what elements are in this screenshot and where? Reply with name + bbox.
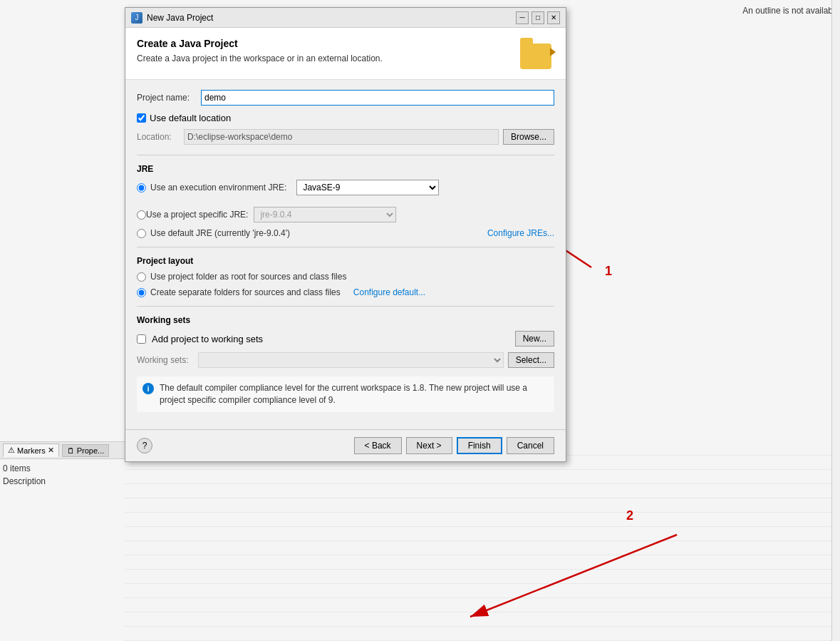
execution-env-row: Use an execution environment JRE: JavaSE… (137, 180, 554, 201)
next-button[interactable]: Next > (406, 437, 452, 454)
project-root-label: Use project folder as root for sources a… (150, 272, 346, 282)
jre-section: JRE Use an execution environment JRE: Ja… (137, 164, 554, 238)
title-bar: J New Java Project ─ □ ✕ (125, 8, 566, 28)
close-button[interactable]: ✕ (547, 11, 560, 24)
project-layout-section: Project layout Use project folder as roo… (137, 256, 554, 297)
title-bar-text: New Java Project (147, 13, 516, 23)
execution-env-radio-row: Use an execution environment JRE: JavaSE… (137, 180, 439, 195)
right-scrollbar[interactable] (831, 0, 840, 641)
dialog-icon: J (131, 12, 142, 24)
dialog-header: Create a Java Project Create a Java proj… (125, 28, 566, 80)
bottom-lines (125, 441, 831, 641)
add-working-sets-checkbox[interactable] (137, 334, 146, 344)
configure-default-link[interactable]: Configure default... (353, 287, 425, 297)
title-bar-controls: ─ □ ✕ (516, 11, 560, 24)
location-label: Location: (137, 132, 180, 142)
project-specific-dropdown: jre-9.0.4 (254, 207, 396, 222)
project-name-label: Project name: (137, 93, 201, 103)
working-sets-header: Working sets (137, 315, 554, 325)
outline-text: An outline is not availab (742, 6, 833, 16)
add-working-sets-row: Add project to working sets New... (137, 331, 554, 347)
project-root-radio[interactable] (137, 272, 146, 282)
new-working-set-button[interactable]: New... (515, 331, 554, 347)
help-button[interactable]: ? (137, 438, 152, 453)
properties-icon: 🗒 (67, 446, 75, 455)
add-working-sets-label: Add project to working sets (152, 334, 263, 344)
finish-button[interactable]: Finish (457, 437, 502, 454)
use-default-location-checkbox[interactable] (137, 113, 146, 123)
tab-markers-label: Markers (17, 446, 46, 455)
markers-icon: ⚠ (8, 446, 15, 455)
minimize-button[interactable]: ─ (516, 11, 529, 24)
dialog-description: Create a Java project in the workspace o… (137, 53, 383, 63)
java-project-icon (520, 38, 554, 72)
tab-markers[interactable]: ⚠ Markers ✕ (3, 443, 59, 457)
use-default-location-label: Use default location (150, 113, 231, 123)
separate-folders-row: Create separate folders for sources and … (137, 287, 554, 297)
project-name-row: Project name: (137, 90, 554, 106)
bottom-panel: ⚠ Markers ✕ 🗒 Prope... 0 items Descripti… (0, 441, 125, 641)
jre-section-header: JRE (137, 164, 554, 174)
dialog-heading: Create a Java Project (137, 38, 383, 49)
description-label: Description (3, 475, 122, 488)
bottom-panel-content: 0 items Description (0, 459, 125, 491)
execution-env-label: Use an execution environment JRE: (150, 183, 286, 193)
project-specific-label: Use a project specific JRE: (146, 210, 248, 220)
info-box: i The default compiler compliance level … (137, 376, 554, 412)
tab-properties-label: Prope... (77, 446, 105, 455)
section-divider-2 (137, 247, 554, 247)
tab-properties[interactable]: 🗒 Prope... (62, 444, 110, 457)
annotation-2: 2 (626, 508, 633, 523)
folder-icon (520, 43, 551, 69)
tab-markers-close[interactable]: ✕ (48, 446, 54, 455)
section-divider-3 (137, 306, 554, 307)
separate-folders-label: Create separate folders for sources and … (150, 287, 341, 297)
execution-env-radio[interactable] (137, 183, 146, 193)
project-specific-radio[interactable] (137, 210, 146, 220)
bottom-panel-tabs: ⚠ Markers ✕ 🗒 Prope... (0, 442, 125, 459)
annotation-1: 1 (605, 264, 612, 279)
location-input[interactable] (184, 129, 499, 145)
default-jre-row: Use default JRE (currently 'jre-9.0.4') … (137, 228, 554, 238)
project-specific-row: Use a project specific JRE: jre-9.0.4 (137, 207, 554, 222)
project-root-row: Use project folder as root for sources a… (137, 272, 554, 282)
dialog-footer: ? < Back Next > Finish Cancel (125, 429, 566, 461)
new-java-project-dialog: J New Java Project ─ □ ✕ Create a Java P… (125, 7, 566, 462)
project-layout-header: Project layout (137, 256, 554, 266)
default-jre-label: Use default JRE (currently 'jre-9.0.4') (150, 228, 290, 238)
back-button[interactable]: < Back (354, 437, 402, 454)
default-jre-radio[interactable] (137, 229, 146, 238)
items-count: 0 items (3, 462, 122, 475)
dialog-body: Project name: Use default location Locat… (125, 80, 566, 429)
working-sets-input-label: Working sets: (137, 355, 194, 365)
project-name-input[interactable] (201, 90, 554, 106)
info-icon: i (142, 383, 154, 394)
working-sets-section: Working sets Add project to working sets… (137, 315, 554, 368)
working-sets-dropdown (198, 352, 504, 368)
dialog-header-text: Create a Java Project Create a Java proj… (137, 38, 383, 63)
location-row: Location: Browse... (137, 129, 554, 145)
section-divider-1 (137, 155, 554, 155)
folder-arrow-icon (550, 48, 556, 56)
separate-folders-radio[interactable] (137, 288, 146, 297)
browse-button[interactable]: Browse... (503, 129, 554, 145)
cancel-button[interactable]: Cancel (507, 437, 554, 454)
use-default-location-row: Use default location (137, 113, 554, 123)
maximize-button[interactable]: □ (532, 11, 544, 24)
execution-env-dropdown[interactable]: JavaSE-9 (296, 180, 439, 195)
configure-jres-link[interactable]: Configure JREs... (487, 228, 554, 238)
working-sets-input-row: Working sets: Select... (137, 352, 554, 368)
info-text: The default compiler compliance level fo… (160, 382, 549, 406)
select-button[interactable]: Select... (508, 352, 554, 368)
